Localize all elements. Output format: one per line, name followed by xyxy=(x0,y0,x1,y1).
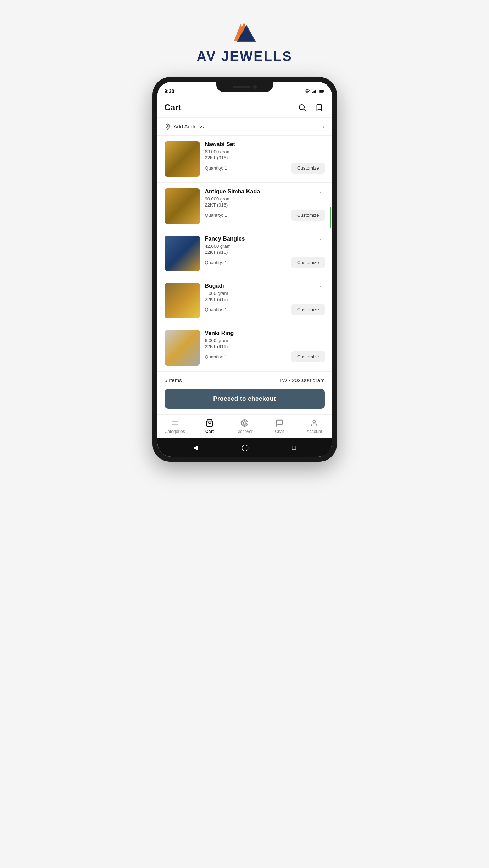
item-purity: 22KT (916) xyxy=(205,249,325,255)
summary-row: 5 Items TW - 202.000 gram xyxy=(157,372,332,389)
battery-icon xyxy=(319,88,325,94)
app-header: Cart xyxy=(157,98,332,118)
item-bottom: Quantity: 1 Customize xyxy=(205,304,325,315)
bookmark-button[interactable] xyxy=(313,102,325,113)
item-more-button[interactable]: ··· xyxy=(317,236,324,243)
item-details-simha: Antique Simha Kada ··· 90.000 gram 22KT … xyxy=(205,188,325,221)
cart-item: Bugadi ··· 1.000 gram 22KT (916) Quantit… xyxy=(157,277,332,324)
svg-point-13 xyxy=(167,125,168,126)
item-weight: 90.000 gram xyxy=(205,196,325,202)
notch xyxy=(216,82,273,92)
item-name: Bugadi xyxy=(205,283,224,289)
cart-item: Antique Simha Kada ··· 90.000 gram 22KT … xyxy=(157,183,332,230)
nav-label-categories: Categories xyxy=(165,429,185,434)
status-icons xyxy=(304,88,325,94)
search-icon xyxy=(298,103,306,112)
chevron-right-icon: › xyxy=(323,123,325,130)
item-bottom: Quantity: 1 Customize xyxy=(205,351,325,362)
account-icon xyxy=(310,418,319,428)
item-quantity: Quantity: 1 xyxy=(205,165,227,171)
nav-label-discover: Discover xyxy=(236,429,253,434)
app-title: Cart xyxy=(165,103,182,112)
phone-inner: 9:30 xyxy=(157,82,332,457)
add-address-row[interactable]: Add Address › xyxy=(157,118,332,136)
item-more-button[interactable]: ··· xyxy=(317,141,324,149)
nav-label-account: Account xyxy=(307,429,322,434)
item-quantity: Quantity: 1 xyxy=(205,213,227,218)
item-more-button[interactable]: ··· xyxy=(317,330,324,337)
add-address-label: Add Address xyxy=(174,123,204,130)
location-icon xyxy=(165,123,171,130)
item-details-nawabi: Nawabi Set ··· 63.000 gram 22KT (916) Qu… xyxy=(205,141,325,174)
nav-item-discover[interactable]: Discover xyxy=(227,418,262,434)
item-name: Fancy Bangles xyxy=(205,236,245,242)
cart-item: Nawabi Set ··· 63.000 gram 22KT (916) Qu… xyxy=(157,136,332,183)
item-bottom: Quantity: 1 Customize xyxy=(205,163,325,174)
item-name: Nawabi Set xyxy=(205,141,235,148)
nav-item-chat[interactable]: Chat xyxy=(262,418,297,434)
customize-button[interactable]: Customize xyxy=(291,257,324,268)
nav-label-cart: Cart xyxy=(205,429,214,434)
item-bottom: Quantity: 1 Customize xyxy=(205,210,325,221)
back-button[interactable]: ◀ xyxy=(193,444,198,451)
item-name: Antique Simha Kada xyxy=(205,188,260,195)
item-quantity: Quantity: 1 xyxy=(205,307,227,312)
customize-button[interactable]: Customize xyxy=(291,163,324,174)
status-time: 9:30 xyxy=(165,88,174,94)
nav-item-categories[interactable]: Categories xyxy=(157,418,192,434)
item-quantity: Quantity: 1 xyxy=(205,260,227,265)
header-icons xyxy=(296,102,325,113)
nav-item-cart[interactable]: Cart xyxy=(192,418,227,434)
svg-point-19 xyxy=(313,420,316,423)
item-more-button[interactable]: ··· xyxy=(317,188,324,196)
phone-frame: 9:30 xyxy=(152,77,337,462)
item-more-button[interactable]: ··· xyxy=(317,283,324,290)
nav-label-chat: Chat xyxy=(275,429,284,434)
svg-rect-10 xyxy=(323,91,324,92)
item-purity: 22KT (916) xyxy=(205,202,325,208)
total-weight: TW - 202.000 gram xyxy=(279,377,324,383)
signal-icon xyxy=(312,88,317,94)
discover-icon xyxy=(240,418,249,428)
svg-rect-5 xyxy=(312,92,313,93)
item-image-venki xyxy=(165,330,200,366)
bookmark-icon xyxy=(315,104,323,111)
camera xyxy=(253,85,257,89)
svg-rect-7 xyxy=(315,90,316,93)
search-button[interactable] xyxy=(296,102,308,113)
item-image-nawabi xyxy=(165,141,200,177)
customize-button[interactable]: Customize xyxy=(291,210,324,221)
nav-item-account[interactable]: Account xyxy=(297,418,332,434)
cart-items-list: Nawabi Set ··· 63.000 gram 22KT (916) Qu… xyxy=(157,136,332,372)
brand-logo-icon xyxy=(230,21,259,46)
android-nav: ◀ ◯ □ xyxy=(157,438,332,457)
item-purity: 22KT (916) xyxy=(205,155,325,160)
item-weight: 42.000 gram xyxy=(205,243,325,249)
add-address-left: Add Address xyxy=(165,123,204,130)
checkout-button[interactable]: Proceed to checkout xyxy=(165,389,325,409)
item-details-bangles: Fancy Bangles ··· 42.000 gram 22KT (916)… xyxy=(205,236,325,268)
speaker xyxy=(233,86,250,88)
recents-button[interactable]: □ xyxy=(292,444,296,451)
customize-button[interactable]: Customize xyxy=(291,304,324,315)
item-details-venki: Venki Ring ··· 6.000 gram 22KT (916) Qua… xyxy=(205,330,325,362)
item-bottom: Quantity: 1 Customize xyxy=(205,257,325,268)
cart-item: Venki Ring ··· 6.000 gram 22KT (916) Qua… xyxy=(157,324,332,372)
item-purity: 22KT (916) xyxy=(205,344,325,349)
item-weight: 63.000 gram xyxy=(205,149,325,154)
customize-button[interactable]: Customize xyxy=(291,351,324,362)
item-weight: 1.000 gram xyxy=(205,291,325,296)
svg-rect-6 xyxy=(313,91,315,93)
item-quantity: Quantity: 1 xyxy=(205,354,227,359)
svg-point-11 xyxy=(299,105,304,110)
chat-icon xyxy=(275,418,284,428)
item-details-bugadi: Bugadi ··· 1.000 gram 22KT (916) Quantit… xyxy=(205,283,325,315)
brand-name: AV JEWELLS xyxy=(197,49,293,64)
item-image-simha xyxy=(165,188,200,224)
item-image-bugadi xyxy=(165,283,200,318)
item-name-row: Nawabi Set ··· xyxy=(205,141,325,149)
items-count: 5 Items xyxy=(165,377,182,383)
home-button[interactable]: ◯ xyxy=(241,444,249,451)
page-wrapper: AV JEWELLS 9:30 xyxy=(122,14,367,462)
item-weight: 6.000 gram xyxy=(205,338,325,343)
